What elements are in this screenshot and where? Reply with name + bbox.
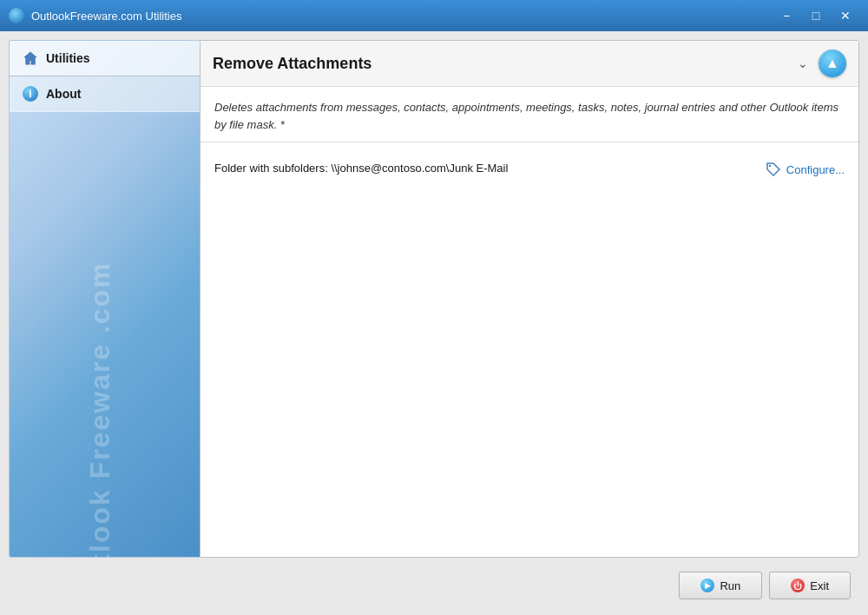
chevron-down-button[interactable]: ⌄ — [792, 53, 813, 74]
panel-title: Remove Attachments — [213, 55, 792, 73]
configure-button[interactable]: Configure... — [766, 160, 845, 177]
maximize-button[interactable]: □ — [802, 5, 830, 26]
sidebar-item-about[interactable]: i About — [10, 76, 200, 112]
folder-path-label: Folder with subfolders: \\johnse@contoso… — [214, 160, 508, 177]
folder-row: Folder with subfolders: \\johnse@contoso… — [214, 160, 845, 177]
app-icon — [9, 8, 24, 23]
sidebar-item-utilities[interactable]: Utilities — [10, 41, 200, 76]
configure-label: Configure... — [786, 163, 845, 176]
home-icon — [22, 50, 39, 67]
svg-point-0 — [769, 165, 771, 167]
run-icon: ▶ — [700, 579, 714, 592]
sidebar: Utilities i About Outlook Freeware .com — [9, 40, 200, 558]
panel-header-controls: ⌄ ▲ — [792, 50, 846, 77]
exit-button[interactable]: ⏻ Exit — [769, 572, 851, 599]
watermark: Outlook Freeware .com — [84, 407, 116, 558]
tag-icon — [766, 162, 781, 177]
upload-button[interactable]: ▲ — [819, 50, 846, 77]
panel-content: Folder with subfolders: \\johnse@contoso… — [201, 142, 858, 557]
sidebar-nav: Utilities i About — [10, 41, 200, 112]
bottom-bar: ▶ Run ⏻ Exit — [9, 565, 859, 606]
info-icon: i — [22, 85, 39, 102]
window-body: Utilities i About Outlook Freeware .com … — [0, 31, 868, 615]
title-bar: OutlookFreeware.com Utilities − □ ✕ — [0, 0, 868, 31]
run-label: Run — [720, 579, 740, 592]
sidebar-item-utilities-label: Utilities — [46, 51, 90, 65]
power-icon: ⏻ — [791, 579, 805, 592]
panel-description: Deletes attachments from messages, conta… — [201, 87, 858, 142]
window-title: OutlookFreeware.com Utilities — [31, 10, 773, 23]
main-panel: Remove Attachments ⌄ ▲ Deletes attachmen… — [200, 40, 859, 558]
close-button[interactable]: ✕ — [832, 5, 859, 26]
minimize-button[interactable]: − — [773, 5, 800, 26]
content-area: Utilities i About Outlook Freeware .com … — [9, 40, 859, 558]
panel-header: Remove Attachments ⌄ ▲ — [201, 41, 858, 87]
sidebar-item-about-label: About — [46, 87, 81, 101]
window-controls: − □ ✕ — [773, 5, 859, 26]
run-button[interactable]: ▶ Run — [679, 572, 762, 599]
exit-label: Exit — [810, 579, 829, 592]
